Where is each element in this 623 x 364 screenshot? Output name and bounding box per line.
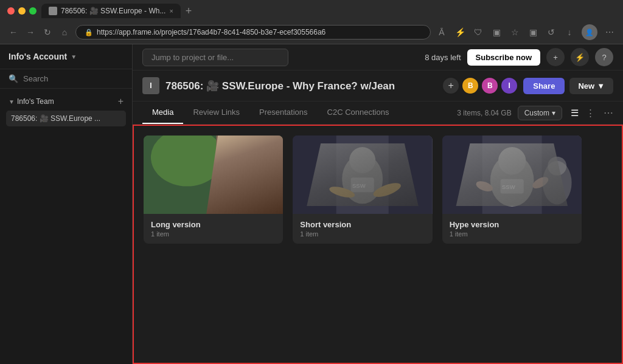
view-toggle: ☰ ⋮ [568,106,597,120]
grid-view-button[interactable]: ☰ [568,106,581,120]
custom-dropdown[interactable]: Custom ▾ [518,106,562,120]
media-count-hype: 1 item [450,230,574,238]
active-tab[interactable]: 786506: 🎥 SSW.Europe - Wh... × [41,4,181,18]
project-list-item[interactable]: 786506: 🎥 SSW.Europe ... [6,111,126,126]
new-chevron-icon: ▼ [597,81,605,91]
avatar-b-pink: B [481,77,499,95]
team-left: ▼ Info's Team [9,97,54,106]
svg-point-9 [349,147,375,173]
shield-icon[interactable]: 🛡 [472,27,484,37]
browser-profile-button[interactable]: 👤 [582,24,597,40]
search-label: Search [23,74,48,83]
lock-icon: 🔒 [85,29,93,36]
media-card-long-version[interactable]: Long version 1 item [144,136,283,244]
media-info-short-version: Short version 1 item [293,214,432,244]
custom-chevron-icon: ▾ [552,109,555,117]
extensions-icon[interactable]: ⚡ [454,27,466,37]
project-icon: I [142,77,159,94]
favorites-icon[interactable]: ☆ [509,27,521,37]
notifications-button[interactable]: ⚡ [571,48,589,66]
svg-point-12 [372,180,403,200]
svg-rect-6 [293,136,432,214]
browser-titlebar: 786506: 🎥 SSW.Europe - Wh... × + [0,0,623,22]
items-info: 3 items, 8.04 GB [457,109,511,117]
account-chevron-icon: ▼ [71,53,77,60]
sidebar-search[interactable]: 🔍 Search [0,69,132,89]
add-user-button[interactable]: + [546,48,565,66]
new-tab-button[interactable]: + [183,5,195,18]
close-window-button[interactable] [7,7,15,15]
main-content: Jump to project or file... 8 days left S… [133,44,623,364]
more-options-button[interactable]: ⋯ [604,107,613,118]
tab-c2c-connections[interactable]: C2C Connections [318,101,399,124]
media-info-hype-version: Hype version 1 item [442,214,582,244]
media-card-short-version[interactable]: SSW Short version 1 item [293,136,432,244]
project-right: + B B I Share New ▼ [442,77,613,95]
collections-icon[interactable]: ▣ [527,27,539,37]
fullscreen-window-button[interactable] [29,7,37,15]
new-button[interactable]: New ▼ [569,78,613,94]
list-view-button[interactable]: ⋮ [583,106,597,120]
translate-icon[interactable]: Ā [436,27,448,37]
tabs-right: 3 items, 8.04 GB Custom ▾ ☰ ⋮ ⋯ [457,106,613,120]
avatar-i-purple: I [500,77,518,95]
help-button[interactable]: ? [595,48,613,66]
sidebar: Info's Account ▼ 🔍 Search ▼ Info's Team … [0,44,133,364]
subscribe-button[interactable]: Subscribe now [467,49,540,66]
media-thumb-hype-version: SSW [442,136,582,214]
app-layout: Info's Account ▼ 🔍 Search ▼ Info's Team … [0,44,623,364]
forward-button[interactable]: → [24,27,37,37]
media-thumb-short-version: SSW [293,136,432,214]
add-collaborator-button[interactable]: + [442,77,460,95]
back-button[interactable]: ← [7,27,19,37]
tab-presentations[interactable]: Presentations [249,101,318,124]
new-label: New [578,81,594,91]
custom-label: Custom [524,109,549,117]
history-icon[interactable]: ↺ [545,27,557,37]
team-header[interactable]: ▼ Info's Team + [6,94,126,109]
svg-point-16 [490,154,534,207]
reload-button[interactable]: ↻ [41,27,54,37]
more-options-icon[interactable]: ⋯ [604,27,616,37]
tab-title-text: 786506: 🎥 SSW.Europe - Wh... [61,7,165,15]
share-button[interactable]: Share [523,78,565,94]
media-grid: Long version 1 item [144,136,582,244]
media-card-hype-version[interactable]: SSW Hype version 1 item [442,136,582,244]
media-name-long: Long version [151,220,276,229]
browser-chrome: 786506: 🎥 SSW.Europe - Wh... × + ← → ↻ ⌂… [0,0,623,44]
browser-actions: Ā ⚡ 🛡 ▣ ☆ ▣ ↺ ↓ 👤 ⋯ [436,24,616,40]
days-left-label: 8 days left [425,53,461,62]
thumb-svg-long [144,136,283,214]
address-field[interactable]: 🔒 https://app.frame.io/projects/176ad4b7… [75,25,431,39]
svg-point-8 [343,154,383,204]
thumb-svg-short: SSW [293,136,432,214]
svg-text:SSW: SSW [502,184,515,190]
svg-rect-14 [442,136,582,214]
svg-rect-7 [336,136,389,214]
svg-point-23 [548,157,566,176]
tab-bar: 786506: 🎥 SSW.Europe - Wh... × + [41,4,616,18]
minimize-window-button[interactable] [18,7,26,15]
svg-point-4 [240,154,258,173]
tab-close-button[interactable]: × [169,7,173,15]
project-title: 786506: 🎥 SSW.Europe - Why France? w/Jea… [165,80,395,92]
svg-point-22 [542,161,571,205]
home-button[interactable]: ⌂ [58,27,71,37]
tab-media[interactable]: Media [142,101,183,124]
download-icon[interactable]: ↓ [563,27,576,37]
svg-point-21 [475,179,494,193]
tab-review-links[interactable]: Review Links [183,101,249,124]
tabs-bar: Media Review Links Presentations C2C Con… [133,101,623,125]
media-count-short: 1 item [300,230,425,238]
media-name-hype: Hype version [450,220,574,229]
svg-rect-10 [351,177,374,192]
jump-to-input[interactable]: Jump to project or file... [142,49,288,66]
account-header[interactable]: Info's Account ▼ [0,44,132,69]
team-add-button[interactable]: + [118,96,124,107]
project-left: I 786506: 🎥 SSW.Europe - Why France? w/J… [142,77,395,94]
svg-rect-18 [500,179,523,194]
media-thumb-long-version [144,136,283,214]
media-area: Long version 1 item [133,125,623,364]
reader-icon[interactable]: ▣ [490,27,503,37]
svg-rect-2 [216,136,283,214]
